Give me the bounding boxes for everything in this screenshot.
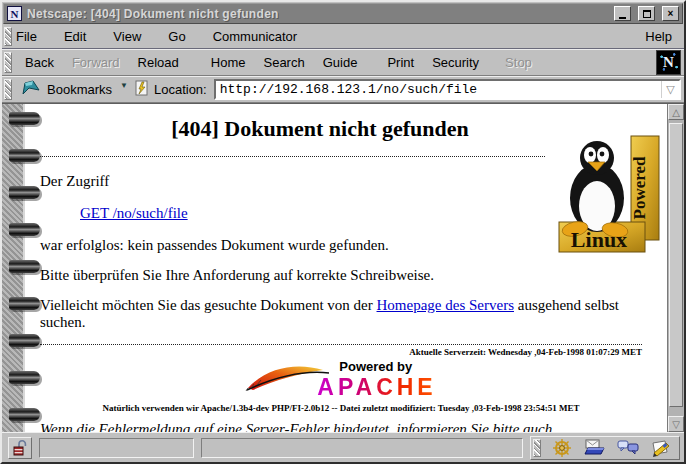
bookmarks-icon	[20, 79, 42, 100]
suggestion-before: Vielleicht möchten Sie das gesuchte Doku…	[40, 297, 377, 313]
webmaster-note-before: Wenn die Fehlermeldung auf eine Server-F…	[40, 421, 552, 432]
location-label: Location:	[154, 82, 207, 97]
page-proxy-icon[interactable]	[134, 80, 149, 100]
maximize-button[interactable]	[638, 6, 655, 21]
menu-help[interactable]: Help	[645, 26, 672, 47]
scroll-down-icon[interactable]: ▽	[668, 416, 684, 432]
toolbar-grip[interactable]	[4, 52, 12, 73]
location-grip[interactable]	[4, 79, 12, 100]
menubar-grip[interactable]	[4, 27, 12, 46]
navigator-icon[interactable]	[550, 438, 574, 457]
svg-text:Linux: Linux	[571, 227, 627, 252]
server-time: Aktuelle Serverzeit: Wednesday ,04-Feb-1…	[40, 347, 642, 357]
apache-logo: Powered by APACHE	[40, 359, 642, 401]
scrollbar-thumb[interactable]	[669, 123, 683, 407]
menu-communicator[interactable]: Communicator	[213, 26, 298, 47]
advice-text: Bitte überprüfen Sie Ihre Anforderung au…	[40, 267, 667, 284]
netscape-window-icon: N	[7, 6, 22, 21]
divider	[40, 156, 545, 157]
browser-viewport: [404] Dokument nicht gefunden Der Zugrif…	[2, 103, 684, 432]
stop-button: Stop	[496, 51, 541, 74]
homepage-link[interactable]: Homepage des Servers	[377, 297, 514, 313]
location-toolbar: Bookmarks ▼ Location: ▽	[2, 76, 684, 103]
status-message-panel	[201, 438, 523, 458]
close-icon: ×	[668, 8, 674, 19]
bookmarks-button[interactable]: Bookmarks	[47, 82, 112, 97]
url-input[interactable]	[216, 81, 661, 98]
mailbox-icon[interactable]	[583, 438, 607, 457]
suggestion-text: Vielleicht möchten Sie das gesuchte Doku…	[40, 297, 667, 331]
open-lock-icon	[13, 440, 27, 456]
component-bar	[530, 436, 680, 460]
minimize-icon	[619, 17, 626, 19]
security-button[interactable]: Security	[423, 51, 488, 74]
apache-wordmark: APACHE	[317, 374, 436, 401]
menu-file[interactable]: File	[16, 26, 37, 47]
page-title: [404] Dokument nicht gefunden	[40, 116, 600, 142]
vertical-scrollbar[interactable]: △ ▽	[667, 104, 684, 432]
discussions-icon[interactable]	[616, 438, 640, 457]
composer-icon[interactable]	[649, 438, 673, 457]
menu-go[interactable]: Go	[168, 26, 185, 47]
security-lock-button[interactable]	[8, 437, 32, 459]
menu-edit[interactable]: Edit	[64, 26, 86, 47]
title-bar[interactable]: N Netscape: [404] Dokument nicht gefunde…	[3, 3, 683, 24]
window-title: Netscape: [404] Dokument nicht gefunden	[27, 7, 609, 21]
url-field: ▽	[214, 79, 681, 100]
netscape-logo-icon[interactable]: N	[656, 50, 681, 75]
browser-window: N Netscape: [404] Dokument nicht gefunde…	[0, 0, 686, 464]
guide-button[interactable]: Guide	[314, 51, 367, 74]
request-link[interactable]: GET /no/such/file	[80, 205, 188, 221]
reload-button[interactable]: Reload	[129, 51, 188, 74]
search-button[interactable]: Search	[254, 51, 313, 74]
print-button[interactable]: Print	[378, 51, 423, 74]
minimize-button[interactable]	[614, 6, 631, 21]
back-button[interactable]: Back	[16, 51, 63, 74]
bookmarks-dropdown-icon[interactable]: ▼	[120, 81, 128, 90]
component-bar-grip[interactable]	[533, 439, 541, 457]
server-version-text: Natürlich verwenden wir Apache/1.3b4-dev…	[40, 403, 642, 413]
scroll-up-icon[interactable]: △	[668, 104, 684, 120]
forward-button: Forward	[63, 51, 129, 74]
navigation-toolbar: Back Forward Reload Home Search Guide Pr…	[2, 49, 684, 76]
menu-view[interactable]: View	[113, 26, 141, 47]
close-button[interactable]: ×	[662, 6, 679, 21]
status-bar	[2, 432, 684, 462]
scrollbar-track[interactable]	[669, 121, 683, 415]
divider	[40, 344, 642, 345]
webmaster-note: Wenn die Fehlermeldung auf eine Server-F…	[40, 419, 660, 432]
progress-panel	[39, 438, 194, 458]
maximize-icon	[643, 10, 651, 18]
home-button[interactable]: Home	[202, 51, 255, 74]
linux-powered-logo: Powered Linux	[557, 134, 661, 260]
apache-powered-by: Powered by	[339, 359, 436, 374]
svg-text:Powered: Powered	[630, 156, 649, 219]
url-dropdown-icon[interactable]: ▽	[661, 81, 679, 98]
menu-bar: File Edit View Go Communicator Help	[2, 25, 684, 49]
